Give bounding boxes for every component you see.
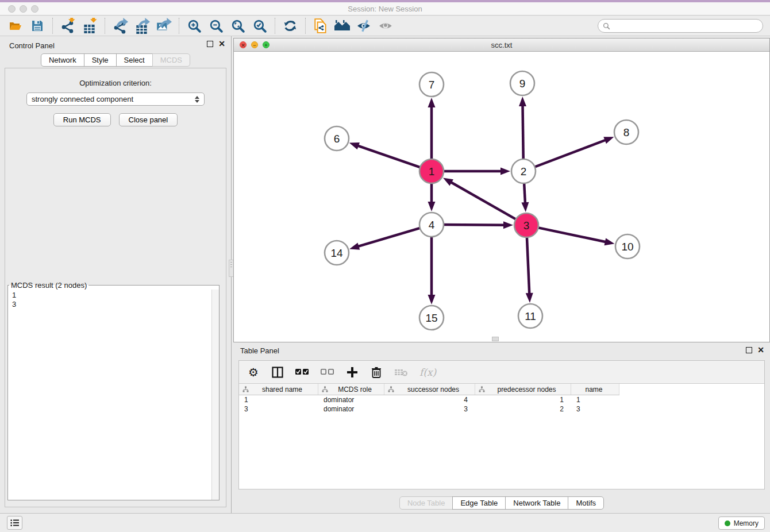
network-canvas[interactable]: 1234678910111415	[234, 52, 769, 342]
trash-icon[interactable]	[370, 365, 383, 379]
cell-MCDS-role[interactable]: dominator	[318, 405, 384, 413]
cell-successor-nodes[interactable]: 4	[384, 396, 475, 404]
export-image-icon[interactable]	[153, 17, 175, 35]
tab-node-table[interactable]: Node Table	[399, 496, 453, 510]
graph-edge-3-11[interactable]	[526, 236, 533, 303]
graph-edge-2-3[interactable]	[521, 182, 529, 212]
cell-shared-name[interactable]: 3	[239, 405, 318, 413]
tab-mcds[interactable]: MCDS	[152, 53, 190, 67]
mcds-result-title: MCDS result (2 nodes)	[9, 281, 88, 290]
graph-edge-2-8[interactable]	[534, 137, 614, 167]
column-header-MCDS-role[interactable]: MCDS role	[318, 384, 384, 395]
tab-motifs[interactable]: Motifs	[568, 496, 604, 510]
cell-predecessor-nodes[interactable]: 1	[475, 396, 571, 404]
graph-edge-1-4[interactable]	[428, 182, 436, 211]
main-toolbar	[0, 16, 770, 36]
zoom-in-icon[interactable]	[183, 17, 205, 35]
table-row[interactable]: 1dominator411	[239, 395, 764, 404]
show-selected-eye-icon[interactable]	[375, 17, 397, 35]
search-box[interactable]	[598, 19, 763, 33]
zoom-fit-icon[interactable]	[227, 17, 249, 35]
column-header-name[interactable]: name	[571, 384, 619, 395]
column-header-successor-nodes[interactable]: successor nodes	[384, 384, 475, 395]
network-window-titlebar[interactable]: ✕ − + scc.txt	[234, 38, 769, 52]
import-network-icon[interactable]	[57, 17, 79, 35]
table-panel: Table Panel ✕ ⚙ f(x) shared nameMCDS rol…	[233, 342, 770, 513]
table-row[interactable]: 3dominator323	[239, 404, 764, 414]
graph-edge-4-15[interactable]	[428, 236, 436, 304]
graph-edge-1-6[interactable]	[349, 142, 421, 168]
memory-button[interactable]: Memory	[718, 516, 765, 530]
graph-node-14[interactable]: 14	[325, 241, 349, 265]
zoom-selected-icon[interactable]	[249, 17, 271, 35]
hide-selected-eye-icon[interactable]	[353, 17, 375, 35]
graph-edge-4-3[interactable]	[442, 221, 513, 229]
open-session-icon[interactable]	[5, 17, 26, 35]
graph-node-11[interactable]: 11	[518, 304, 542, 328]
node-table-area: ⚙ f(x) shared nameMCDS rolesuccessor nod…	[238, 360, 765, 489]
column-header-predecessor-nodes[interactable]: predecessor nodes	[475, 384, 571, 395]
float-panel-icon[interactable]	[207, 41, 213, 47]
graph-edge-1-7[interactable]	[428, 98, 436, 160]
table-panel-tabs: Node TableEdge TableNetwork TableMotifs	[233, 496, 770, 510]
memory-status-dot-icon	[725, 521, 730, 526]
graph-node-9[interactable]: 9	[510, 71, 534, 95]
tab-select[interactable]: Select	[116, 53, 153, 67]
toolbar-separator	[305, 18, 306, 34]
column-chooser-icon[interactable]	[271, 365, 284, 379]
canvas-resize-grip[interactable]	[492, 337, 499, 341]
graph-node-10[interactable]: 10	[615, 234, 640, 259]
column-header-shared-name[interactable]: shared name	[239, 384, 318, 395]
criterion-select[interactable]: strongly connected component	[26, 92, 205, 106]
tab-style[interactable]: Style	[84, 53, 117, 67]
graph-node-3[interactable]: 3	[514, 213, 538, 237]
cell-predecessor-nodes[interactable]: 2	[475, 405, 571, 413]
save-session-icon[interactable]	[26, 17, 48, 35]
cell-name[interactable]: 1	[571, 396, 619, 404]
graph-edge-4-14[interactable]	[349, 228, 421, 249]
cell-MCDS-role[interactable]: dominator	[318, 396, 384, 404]
tab-network[interactable]: Network	[41, 53, 84, 67]
cell-name[interactable]: 3	[571, 405, 619, 413]
close-panel-button[interactable]: Close panel	[119, 113, 178, 126]
export-table-icon[interactable]	[131, 17, 153, 35]
search-input[interactable]	[613, 22, 758, 30]
window-title: Session: New Session	[0, 5, 770, 13]
clear-checkboxes-icon[interactable]	[321, 365, 334, 379]
graph-edge-2-9[interactable]	[519, 97, 526, 160]
select-all-checkboxes-icon[interactable]	[295, 365, 309, 379]
app-titlebar: Session: New Session	[0, 0, 770, 16]
table-settings-gear-icon[interactable]: ⚙	[247, 365, 260, 379]
graph-node-15[interactable]: 15	[419, 306, 444, 330]
close-panel-icon[interactable]: ✕	[218, 41, 225, 47]
task-history-button[interactable]	[7, 516, 22, 530]
graph-node-6[interactable]: 6	[325, 126, 349, 151]
export-network-icon[interactable]	[109, 17, 131, 35]
cell-successor-nodes[interactable]: 3	[384, 405, 475, 413]
float-table-panel-icon[interactable]	[746, 347, 752, 353]
refresh-layout-icon[interactable]	[279, 17, 301, 35]
close-table-panel-icon[interactable]: ✕	[757, 347, 764, 353]
import-table-icon[interactable]	[79, 17, 101, 35]
cell-shared-name[interactable]: 1	[239, 396, 318, 404]
control-panel-tabs: NetworkStyleSelectMCDS	[0, 53, 231, 67]
graph-node-4[interactable]: 4	[419, 213, 444, 237]
network-overview-houses-icon[interactable]	[332, 17, 353, 35]
zoom-out-icon[interactable]	[205, 17, 227, 35]
tab-edge-table[interactable]: Edge Table	[452, 496, 506, 510]
tab-network-table[interactable]: Network Table	[505, 496, 568, 510]
graph-node-2[interactable]: 2	[511, 159, 536, 183]
clone-network-icon[interactable]	[310, 17, 332, 35]
graph-node-8[interactable]: 8	[614, 120, 638, 144]
run-mcds-button[interactable]: Run MCDS	[53, 113, 111, 126]
graph-edge-3-1[interactable]	[443, 178, 517, 219]
toolbar-separator	[275, 18, 275, 34]
result-scrollbar[interactable]	[211, 290, 219, 500]
graph-edge-3-10[interactable]	[537, 228, 615, 245]
add-column-plus-icon[interactable]	[346, 365, 359, 379]
graph-node-1[interactable]: 1	[419, 159, 444, 183]
svg-text:6: 6	[334, 133, 340, 145]
mcds-tab-content: Optimization criterion: strongly connect…	[5, 68, 226, 507]
graph-edge-1-2[interactable]	[442, 168, 510, 175]
graph-node-7[interactable]: 7	[419, 72, 444, 97]
